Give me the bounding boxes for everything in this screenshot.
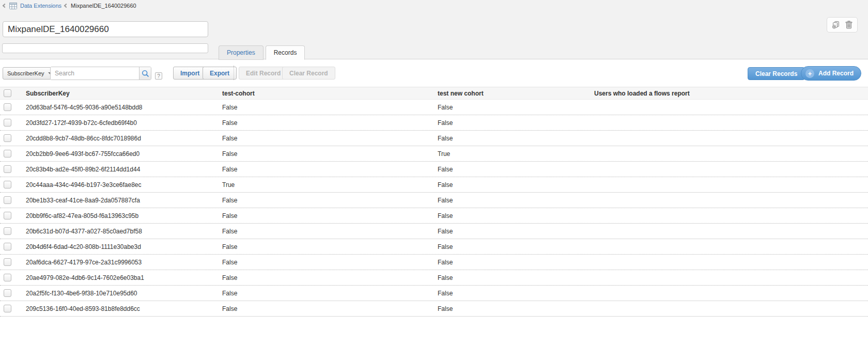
cell-test-cohort: False: [222, 212, 438, 219]
plus-icon: +: [805, 69, 814, 78]
row-checkbox[interactable]: [4, 212, 11, 219]
cell-test-new-cohort: False: [438, 305, 594, 312]
cell-test-new-cohort: False: [438, 212, 594, 219]
cell-test-cohort: False: [222, 166, 438, 173]
column-header-test-new-cohort[interactable]: test new cohort: [438, 90, 594, 97]
cell-subscriber-key: 20c44aaa-434c-4946-b197-3e3ce6fae8ec: [26, 181, 222, 188]
cell-test-new-cohort: True: [438, 150, 594, 158]
cell-test-new-cohort: False: [438, 197, 594, 204]
breadcrumb-current-item: MixpanelDE_1640029660: [71, 3, 136, 9]
row-checkbox[interactable]: [4, 289, 11, 297]
cell-test-cohort: False: [222, 290, 438, 297]
row-checkbox[interactable]: [4, 103, 11, 111]
column-header-test-cohort[interactable]: test-cohort: [222, 90, 438, 97]
cell-test-new-cohort: False: [438, 119, 594, 127]
table-row[interactable]: 20bb9f6c-af82-47ea-805d-f6a13963c95b Fal…: [0, 208, 868, 224]
tab-properties[interactable]: Properties: [219, 45, 264, 60]
cell-subscriber-key: 209c5136-16f0-40ed-8593-81b8fe8dd6cc: [26, 305, 222, 312]
tab-bar: Properties Records: [219, 45, 305, 60]
row-checkbox[interactable]: [4, 274, 11, 281]
cell-test-new-cohort: False: [438, 166, 594, 173]
table-header-row: SubscriberKey test-cohort test new cohor…: [0, 87, 868, 100]
row-checkbox[interactable]: [4, 134, 11, 142]
cell-test-cohort: False: [222, 197, 438, 204]
table-row[interactable]: 20d3fd27-172f-4939-b72c-6cfedb69f4b0 Fal…: [0, 115, 868, 131]
row-checkbox[interactable]: [4, 243, 11, 250]
search-field-dropdown-value: SubscriberKey: [7, 70, 44, 76]
table-row[interactable]: 20b4d6f4-6dad-4c20-808b-1111e30abe3d Fal…: [0, 239, 868, 255]
search-box: [50, 67, 151, 80]
top-action-icons: [827, 17, 858, 33]
records-table-body: 20d63baf-5476-4c95-9036-a90e5148bdd8 Fal…: [0, 100, 868, 317]
cell-test-new-cohort: False: [438, 243, 594, 250]
table-row[interactable]: 20a2f5fc-f130-4be6-9f38-10e710e95d60 Fal…: [0, 286, 868, 301]
back-chevron-icon[interactable]: [3, 3, 7, 7]
row-checkbox[interactable]: [4, 227, 11, 235]
cell-test-cohort: False: [222, 305, 438, 312]
magnifier-icon: [142, 70, 149, 77]
import-button[interactable]: Import: [173, 67, 207, 80]
column-header-subscriberkey[interactable]: SubscriberKey: [26, 90, 222, 97]
row-checkbox[interactable]: [4, 150, 11, 158]
cell-subscriber-key: 20b4d6f4-6dad-4c20-808b-1111e30abe3d: [26, 243, 222, 250]
table-row[interactable]: 20c44aaa-434c-4946-b197-3e3ce6fae8ec Tru…: [0, 177, 868, 193]
table-row[interactable]: 20d63baf-5476-4c95-9036-a90e5148bdd8 Fal…: [0, 100, 868, 115]
row-checkbox[interactable]: [4, 196, 11, 204]
help-icon[interactable]: ?: [155, 72, 162, 80]
table-row[interactable]: 209c5136-16f0-40ed-8593-81b8fe8dd6cc Fal…: [0, 301, 868, 317]
cell-test-cohort: False: [222, 104, 438, 111]
cell-subscriber-key: 20d3fd27-172f-4939-b72c-6cfedb69f4b0: [26, 119, 222, 127]
export-button[interactable]: Export: [203, 67, 237, 80]
row-checkbox[interactable]: [4, 181, 11, 188]
row-checkbox[interactable]: [4, 165, 11, 173]
cell-test-new-cohort: False: [438, 181, 594, 188]
trash-icon[interactable]: [844, 21, 853, 29]
cell-test-cohort: False: [222, 259, 438, 266]
cell-subscriber-key: 20cb2bb9-9ee6-493f-bc67-755fcca66ed0: [26, 150, 222, 158]
add-record-button-label: Add Record: [818, 70, 854, 77]
row-checkbox[interactable]: [4, 305, 11, 312]
cell-subscriber-key: 20b6c31d-b07d-4377-a027-85c0aed7bf58: [26, 228, 222, 235]
table-row[interactable]: 20cb2bb9-9ee6-493f-bc67-755fcca66ed0 Fal…: [0, 146, 868, 162]
table-row[interactable]: 20b6c31d-b07d-4377-a027-85c0aed7bf58 Fal…: [0, 224, 868, 239]
cell-subscriber-key: 20d63baf-5476-4c95-9036-a90e5148bdd8: [26, 104, 222, 111]
cell-subscriber-key: 20af6dca-6627-4179-97ce-2a31c9996053: [26, 259, 222, 266]
table-row[interactable]: 20be1b33-ceaf-41ce-8aa9-2da057887cfa Fal…: [0, 193, 868, 208]
data-extension-description-input[interactable]: [2, 43, 208, 53]
search-button[interactable]: [139, 67, 151, 80]
cell-subscriber-key: 20c83b4b-ad2e-45f0-89b2-6f2114dd1d44: [26, 166, 222, 173]
search-input[interactable]: [51, 67, 139, 80]
cell-test-new-cohort: False: [438, 104, 594, 111]
table-row[interactable]: 20af6dca-6627-4179-97ce-2a31c9996053 Fal…: [0, 255, 868, 270]
cell-test-cohort: True: [222, 181, 438, 188]
search-field-dropdown[interactable]: SubscriberKey: [3, 67, 57, 80]
clear-records-button[interactable]: Clear Records: [748, 67, 805, 80]
row-checkbox[interactable]: [4, 119, 11, 127]
cell-subscriber-key: 20ae4979-082e-4db6-9c14-7602e6e03ba1: [26, 274, 222, 281]
breadcrumb: Data Extensions MixpanelDE_1640029660: [3, 2, 136, 10]
add-record-button[interactable]: + Add Record: [801, 66, 861, 81]
cell-test-cohort: False: [222, 243, 438, 250]
records-toolbar: SubscriberKey ? Import Export Edit Recor…: [0, 60, 868, 87]
copy-icon[interactable]: [831, 21, 840, 29]
tab-records[interactable]: Records: [266, 45, 305, 60]
table-row[interactable]: 20cdd8b8-9cb7-48db-86cc-8fdc7018986d Fal…: [0, 131, 868, 146]
cell-test-cohort: False: [222, 228, 438, 235]
row-checkbox[interactable]: [4, 258, 11, 266]
cell-subscriber-key: 20a2f5fc-f130-4be6-9f38-10e710e95d60: [26, 290, 222, 297]
column-header-users-flows-report[interactable]: Users who loaded a flows report: [594, 90, 868, 97]
cell-test-cohort: False: [222, 274, 438, 281]
data-extension-grid-icon: [9, 3, 17, 9]
cell-subscriber-key: 20bb9f6c-af82-47ea-805d-f6a13963c95b: [26, 212, 222, 219]
table-row[interactable]: 20ae4979-082e-4db6-9c14-7602e6e03ba1 Fal…: [0, 270, 868, 286]
cell-subscriber-key: 20cdd8b8-9cb7-48db-86cc-8fdc7018986d: [26, 135, 222, 142]
edit-record-button[interactable]: Edit Record: [239, 67, 288, 80]
data-extension-name-input[interactable]: [3, 21, 208, 37]
toolbar-divider: [234, 66, 234, 80]
breadcrumb-link-data-extensions[interactable]: Data Extensions: [20, 3, 61, 9]
clear-record-button[interactable]: Clear Record: [282, 67, 335, 80]
table-row[interactable]: 20c83b4b-ad2e-45f0-89b2-6f2114dd1d44 Fal…: [0, 162, 868, 177]
cell-test-cohort: False: [222, 135, 438, 142]
cell-test-new-cohort: False: [438, 274, 594, 281]
select-all-checkbox[interactable]: [4, 89, 11, 97]
